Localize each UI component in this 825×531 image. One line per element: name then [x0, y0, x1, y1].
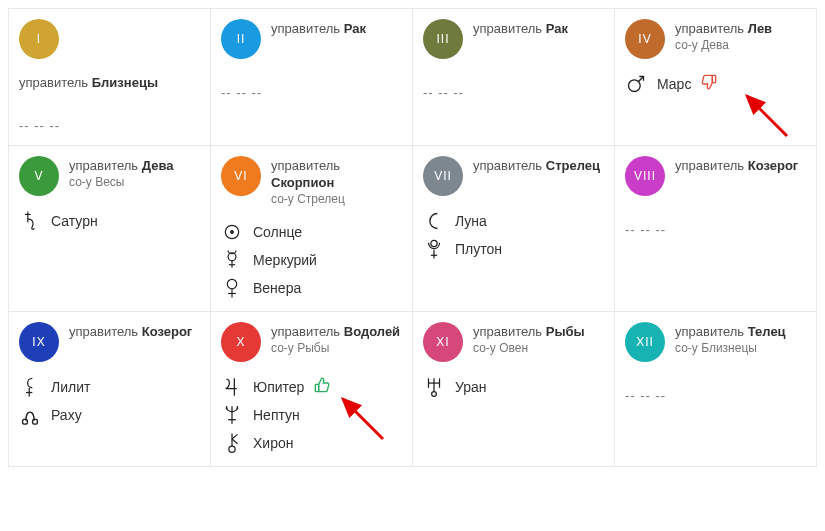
planet-list: ЛилитРаху: [19, 376, 200, 426]
co-ruler-prefix: со-у: [473, 341, 496, 355]
house-cell: IVуправитель Левсо-у ДеваМарс: [615, 9, 817, 146]
planet-row: Хирон: [221, 432, 402, 454]
ruler-sign: Рак: [344, 21, 366, 36]
planet-list: Марс: [625, 73, 806, 95]
svg-point-19: [23, 419, 28, 424]
ruler-label: управитель: [19, 75, 88, 90]
chiron-icon: [221, 432, 243, 454]
planet-list: Уран: [423, 376, 604, 398]
co-ruler-prefix: со-у: [69, 175, 92, 189]
house-ruler-meta: управитель Рыбысо-у Овен: [473, 322, 585, 356]
ruler-sign: Скорпион: [271, 175, 334, 190]
svg-line-1: [639, 77, 644, 82]
house-header: IVуправитель Левсо-у Дева: [625, 19, 806, 59]
mars-icon: [625, 73, 647, 95]
house-cell: VIIуправитель СтрелецЛунаПлутон: [413, 146, 615, 312]
house-header: Iуправитель Близнецы: [19, 19, 200, 92]
planet-row: Солнце: [221, 221, 402, 243]
ruler-label: управитель: [675, 324, 744, 339]
ruler-sign: Стрелец: [546, 158, 600, 173]
planet-name: Сатурн: [51, 213, 98, 229]
house-header: XIуправитель Рыбысо-у Овен: [423, 322, 604, 362]
ruler-sign: Козерог: [748, 158, 799, 173]
empty-indicator: -- -- --: [625, 388, 806, 403]
house-cell: IXуправитель КозерогЛилитРаху: [9, 312, 211, 467]
jupiter-icon: [221, 376, 243, 398]
house-ruler-meta: управитель Стрелец: [473, 156, 600, 175]
ruler-sign: Водолей: [344, 324, 400, 339]
ruler-label: управитель: [675, 21, 744, 36]
co-ruler-prefix: со-у: [675, 341, 698, 355]
house-cell: Xуправитель Водолейсо-у РыбыЮпитерНептун…: [211, 312, 413, 467]
planet-row: Юпитер: [221, 376, 402, 398]
planet-name: Солнце: [253, 224, 302, 240]
svg-line-29: [232, 435, 238, 440]
planet-name: Хирон: [253, 435, 293, 451]
houses-grid: Iуправитель Близнецы-- -- --IIуправитель…: [8, 8, 817, 467]
saturn-icon: [19, 210, 41, 232]
ruler-sign: Рак: [546, 21, 568, 36]
house-header: XIIуправитель Телецсо-у Близнецы: [625, 322, 806, 362]
house-ruler-meta: управитель Близнецы: [19, 73, 200, 92]
co-ruler-sign: Овен: [499, 341, 528, 355]
ruler-label: управитель: [271, 158, 340, 173]
ruler-label: управитель: [271, 21, 340, 36]
thumbs-up-icon: [314, 377, 330, 397]
house-number-badge: XI: [423, 322, 463, 362]
house-cell: Iуправитель Близнецы-- -- --: [9, 9, 211, 146]
svg-point-27: [229, 446, 235, 452]
co-ruler-prefix: со-у: [675, 38, 698, 52]
planet-row: Марс: [625, 73, 806, 95]
ruler-label: управитель: [473, 158, 542, 173]
house-ruler-meta: управитель Козерог: [675, 156, 798, 175]
ruler-label: управитель: [473, 21, 542, 36]
planet-name: Луна: [455, 213, 487, 229]
uranus-icon: [423, 376, 445, 398]
co-ruler-prefix: со-у: [271, 192, 294, 206]
house-ruler-meta: управитель Левсо-у Дева: [675, 19, 772, 53]
house-number-badge: V: [19, 156, 59, 196]
neptune-icon: [221, 404, 243, 426]
ruler-sign: Дева: [142, 158, 174, 173]
svg-rect-22: [316, 385, 319, 392]
house-header: Xуправитель Водолейсо-у Рыбы: [221, 322, 402, 362]
house-cell: IIуправитель Рак-- -- --: [211, 9, 413, 146]
pluto-icon: [423, 238, 445, 260]
house-number-badge: VII: [423, 156, 463, 196]
house-header: IXуправитель Козерог: [19, 322, 200, 362]
ruler-sign: Рыбы: [546, 324, 585, 339]
planet-name: Венера: [253, 280, 301, 296]
planet-row: Раху: [19, 404, 200, 426]
house-header: IIуправитель Рак: [221, 19, 402, 59]
svg-point-36: [432, 392, 437, 397]
planet-list: СолнцеМеркурийВенера: [221, 221, 402, 299]
mercury-icon: [221, 249, 243, 271]
house-number-badge: VI: [221, 156, 261, 196]
ruler-label: управитель: [69, 158, 138, 173]
planet-name: Уран: [455, 379, 487, 395]
ruler-sign: Козерог: [142, 324, 193, 339]
ruler-label: управитель: [473, 324, 542, 339]
co-ruler: со-у Стрелец: [271, 192, 402, 208]
sun-icon: [221, 221, 243, 243]
empty-indicator: -- -- --: [19, 118, 200, 133]
svg-point-20: [33, 419, 38, 424]
house-cell: IIIуправитель Рак-- -- --: [413, 9, 615, 146]
ruler-label: управитель: [271, 324, 340, 339]
lilith-icon: [19, 376, 41, 398]
house-header: VIуправитель Скорпионсо-у Стрелец: [221, 156, 402, 207]
house-header: IIIуправитель Рак: [423, 19, 604, 59]
co-ruler: со-у Весы: [69, 175, 173, 191]
house-header: VIIуправитель Стрелец: [423, 156, 604, 196]
planet-row: Уран: [423, 376, 604, 398]
planet-row: Сатурн: [19, 210, 200, 232]
house-ruler-meta: управитель Телецсо-у Близнецы: [675, 322, 786, 356]
co-ruler: со-у Овен: [473, 341, 585, 357]
co-ruler-sign: Дева: [701, 38, 729, 52]
house-cell: VIуправитель Скорпионсо-у СтрелецСолнцеМ…: [211, 146, 413, 312]
empty-indicator: -- -- --: [625, 222, 806, 237]
ruler-label: управитель: [69, 324, 138, 339]
house-ruler-meta: управитель Рак: [271, 19, 366, 38]
co-ruler-sign: Весы: [95, 175, 124, 189]
moon-icon: [423, 210, 445, 232]
